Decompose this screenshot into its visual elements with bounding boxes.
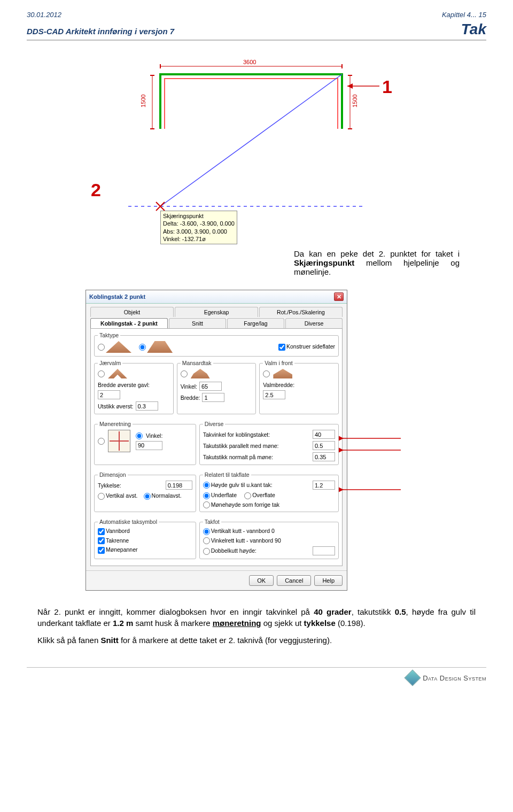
tab-koblingstak[interactable]: Koblingstak - 2 punkt bbox=[90, 318, 168, 328]
paragraph-1: Da kan en peke det 2. punktet for taket … bbox=[294, 249, 460, 276]
ok-button[interactable]: OK bbox=[249, 575, 274, 586]
vinkelkutt-radio[interactable]: Vinkelrett kutt - vannbord 90 bbox=[203, 537, 281, 545]
overflate-radio[interactable]: Overflate bbox=[244, 492, 275, 499]
tykkelse-label: Tykkelse: bbox=[98, 482, 121, 489]
valmfront-radio[interactable] bbox=[263, 370, 271, 377]
legend-taktype: Taktype bbox=[98, 332, 120, 338]
page-footer: Data Design System bbox=[27, 667, 486, 684]
takvinkel-label: Takvinkel for koblingstaket: bbox=[203, 431, 270, 438]
taktype-opt2[interactable] bbox=[139, 341, 173, 353]
takutst-par-input[interactable] bbox=[313, 441, 335, 450]
takutst-norm-label: Takutstikk normalt på møne: bbox=[203, 454, 273, 460]
dim-left: 1500 bbox=[140, 95, 146, 107]
hoydegulv-input[interactable] bbox=[313, 481, 335, 490]
tab-objekt[interactable]: Objekt bbox=[90, 307, 174, 317]
paragraph-2: Når 2. punkt er inngitt, kommer dialogbo… bbox=[37, 607, 476, 646]
dim-top: 3600 bbox=[243, 59, 256, 65]
group-moneretning: Møneretning Vinkel: bbox=[94, 421, 196, 465]
titlebar: Koblingstak 2 punkt ✕ bbox=[86, 290, 347, 304]
konstruer-sideflater[interactable]: Konstruer sideflater bbox=[278, 343, 335, 351]
jaervalm-radio[interactable] bbox=[98, 370, 106, 377]
dim-right: 1500 bbox=[352, 95, 358, 107]
vertavst-radio[interactable]: Vertikal avst. bbox=[98, 492, 138, 500]
page-title: Tak bbox=[461, 21, 486, 38]
tab-snitt[interactable]: Snitt bbox=[169, 318, 226, 328]
header-rule bbox=[27, 40, 486, 41]
m-bredde-input[interactable] bbox=[202, 393, 224, 402]
brand-logo-icon bbox=[405, 670, 421, 686]
taktype-opt1[interactable] bbox=[98, 341, 131, 353]
tooltip-title: Skjæringspunkt bbox=[163, 212, 235, 220]
utstikk-overst-label: Utstikk øverst: bbox=[98, 403, 134, 409]
cad-figure: 3600 1500 1500 1 S bbox=[91, 57, 422, 276]
dobbelkutt-input[interactable] bbox=[313, 546, 335, 555]
cad-tooltip: Skjæringspunkt Delta: -3.600, -3.900, 0.… bbox=[160, 211, 237, 244]
m-bredde-label: Bredde: bbox=[181, 395, 200, 401]
mansard-radio[interactable] bbox=[181, 370, 189, 377]
callout-2: 2 bbox=[91, 180, 101, 200]
header-date: 30.01.2012 bbox=[27, 11, 61, 19]
help-button[interactable]: Help bbox=[314, 575, 343, 586]
group-jaervalm: Jærvalm Bredde øverste gavl: Utstikk øve… bbox=[94, 360, 174, 414]
tab-fargelag[interactable]: Farge/lag bbox=[227, 318, 284, 328]
takutst-par-label: Takutstikk parallelt med møne: bbox=[203, 443, 279, 449]
utstikk-overst-input[interactable] bbox=[136, 401, 158, 411]
dialog-koblingstak: Koblingstak 2 punkt ✕ Objekt Egenskap Ro… bbox=[86, 290, 347, 591]
takutst-norm-input[interactable] bbox=[313, 452, 335, 461]
underflate-radio[interactable]: Underflate bbox=[203, 492, 237, 499]
close-button[interactable]: ✕ bbox=[334, 292, 344, 301]
bredde-overste-label: Bredde øverste gavl: bbox=[98, 382, 150, 388]
tooltip-vinkel: Vinkel: -132.71ø bbox=[163, 235, 235, 243]
group-taktype: Taktype Konstruer sideflater bbox=[94, 332, 339, 357]
cancel-button[interactable]: Cancel bbox=[277, 575, 311, 586]
mone-radio-compass[interactable] bbox=[98, 437, 106, 445]
bredde-overste-input[interactable] bbox=[98, 390, 120, 399]
tykkelse-input[interactable] bbox=[166, 481, 192, 490]
header-chapter: Kapittel 4... 15 bbox=[442, 11, 486, 19]
m-vinkel-label: Vinkel: bbox=[181, 383, 197, 390]
header-subtitle: DDS-CAD Arkitekt innføring i versjon 7 bbox=[27, 27, 174, 36]
vertkutt-radio[interactable]: Vertikalt kutt - vannbord 0 bbox=[203, 528, 275, 535]
tab-egenskap[interactable]: Egenskap bbox=[175, 307, 258, 317]
mone-vinkel-radio[interactable] bbox=[136, 432, 144, 439]
dobbelkutt-radio[interactable]: Dobbelkutt høyde: bbox=[203, 547, 256, 555]
takrenne-check[interactable]: Takrenne bbox=[98, 537, 129, 545]
group-valmfront: Valm i front Valmbredde: bbox=[259, 360, 339, 414]
callout-1: 1 bbox=[382, 76, 392, 97]
dialog-title: Koblingstak 2 punkt bbox=[89, 293, 145, 300]
tooltip-abs: Abs: 3.000, 3.900, 0.000 bbox=[163, 228, 235, 235]
valmbredde-label: Valmbredde: bbox=[263, 382, 294, 388]
group-takfot: Takfot Vertikalt kutt - vannbord 0 Vinke… bbox=[199, 519, 339, 559]
group-relatert: Relatert til takflate Høyde gulv til u.k… bbox=[199, 471, 339, 512]
vannbord-check[interactable]: Vannbord bbox=[98, 528, 130, 535]
group-mansard: Mansardtak Vinkel: Bredde: bbox=[177, 360, 256, 414]
group-dimensjon: Dimensjon Tykkelse: Vertikal avst. Norma… bbox=[94, 471, 196, 512]
valmbredde-input[interactable] bbox=[263, 390, 285, 399]
tab-diverse[interactable]: Diverse bbox=[285, 318, 343, 328]
brand-text: Data Design System bbox=[423, 674, 486, 682]
mone-vinkel-input[interactable] bbox=[136, 441, 162, 450]
tooltip-delta: Delta: -3.600, -3.900, 0.000 bbox=[163, 220, 235, 227]
compass-icon[interactable] bbox=[108, 430, 130, 452]
normalavst-radio[interactable]: Normalavst. bbox=[144, 492, 182, 500]
svg-line-26 bbox=[160, 74, 342, 206]
group-diverse: Diverse Takvinkel for koblingstaket: Tak… bbox=[199, 421, 339, 465]
monehoyde-radio[interactable]: Mønehøyde som forrige tak bbox=[203, 501, 279, 509]
hoydegulv-radio[interactable]: Høyde gulv til u.kant tak: bbox=[203, 482, 273, 489]
monepanner-check[interactable]: Mønepanner bbox=[98, 546, 138, 554]
group-autotak: Automatiske taksymbol Vannbord Takrenne … bbox=[94, 519, 196, 559]
tab-rotpos[interactable]: Rot./Pos./Skalering bbox=[259, 307, 343, 317]
takvinkel-input[interactable] bbox=[313, 430, 335, 439]
m-vinkel-input[interactable] bbox=[199, 382, 222, 391]
